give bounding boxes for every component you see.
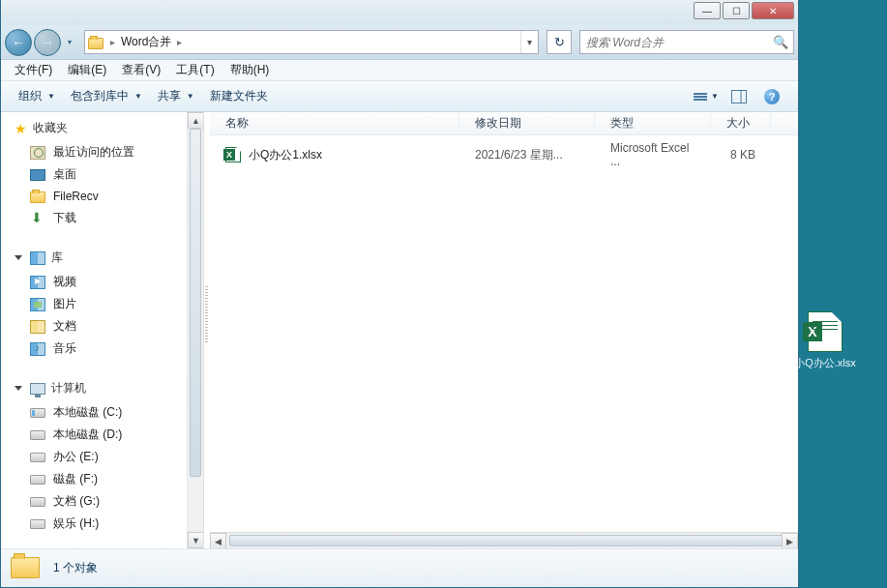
help-button[interactable]: ?	[755, 85, 788, 108]
scroll-thumb[interactable]	[190, 129, 201, 477]
menu-file[interactable]: 文件(F)	[7, 60, 60, 80]
desktop-icon	[30, 167, 45, 183]
libraries-icon	[30, 250, 45, 266]
scroll-thumb[interactable]	[229, 535, 798, 546]
file-name: 小Q办公1.xlsx	[249, 147, 322, 163]
preview-pane-button[interactable]	[723, 85, 755, 108]
status-text: 1 个对象	[53, 560, 98, 576]
folder-icon	[30, 189, 45, 204]
column-header-row: 名称 修改日期 类型 大小	[210, 112, 798, 135]
horizontal-scrollbar[interactable]: ◀ ▶	[210, 532, 798, 548]
command-bar: 组织▼ 包含到库中▼ 共享▼ 新建文件夹 ▼ ?	[1, 81, 798, 112]
recent-places-icon	[30, 145, 45, 161]
explorer-window: — ☐ ✕ ← → ▾ ▸ Word合并 ▸ ▾ ↻ 🔍 文件(F) 编辑(E)…	[0, 0, 799, 588]
music-library-icon	[30, 341, 45, 357]
history-dropdown[interactable]: ▾	[63, 29, 76, 56]
sidebar-item-desktop[interactable]: 桌面	[1, 163, 203, 186]
breadcrumb-separator-icon: ▸	[106, 37, 119, 47]
column-header-name[interactable]: 名称	[210, 112, 459, 134]
list-view-icon	[694, 93, 707, 101]
search-input[interactable]	[580, 36, 768, 49]
chevron-down-icon: ▼	[187, 92, 194, 101]
document-library-icon	[30, 319, 45, 335]
sidebar-item-drive-d[interactable]: 本地磁盘 (D:)	[1, 424, 203, 446]
sidebar-item-recent[interactable]: 最近访问的位置	[1, 141, 203, 163]
drive-icon	[30, 405, 45, 421]
sidebar-item-downloads[interactable]: 下载	[1, 207, 203, 229]
drive-icon	[30, 427, 45, 443]
folder-icon	[85, 31, 106, 53]
file-list-pane: 名称 修改日期 类型 大小 小Q办公1.xlsx 2021/6/23 星期...…	[210, 112, 798, 548]
desktop-file-label: 小Q办公.xlsx	[792, 356, 858, 370]
back-button[interactable]: ←	[5, 29, 32, 56]
chevron-down-icon: ▼	[134, 92, 142, 101]
include-in-library-button[interactable]: 包含到库中▼	[63, 81, 150, 111]
sidebar-scrollbar[interactable]: ▲ ▼	[187, 112, 203, 548]
scroll-up-arrow[interactable]: ▲	[188, 112, 204, 129]
explorer-body: ★收藏夹 最近访问的位置 桌面 FileRecv 下载 库 视频 图片 文档 音…	[1, 112, 798, 548]
expand-icon	[15, 386, 22, 391]
sidebar-item-music[interactable]: 音乐	[1, 338, 203, 360]
drive-icon	[30, 494, 45, 510]
sidebar-item-drive-f[interactable]: 磁盘 (F:)	[1, 468, 203, 490]
file-date: 2021/6/23 星期...	[459, 147, 595, 163]
menu-help[interactable]: 帮助(H)	[222, 60, 278, 80]
new-folder-button[interactable]: 新建文件夹	[202, 81, 276, 111]
sidebar-item-filerecv[interactable]: FileRecv	[1, 186, 203, 207]
file-size: 8 KB	[711, 148, 771, 162]
drive-icon	[30, 516, 45, 532]
file-list[interactable]: 小Q办公1.xlsx 2021/6/23 星期... Microsoft Exc…	[210, 135, 798, 532]
address-dropdown[interactable]: ▾	[520, 31, 538, 53]
drive-icon	[30, 450, 45, 465]
help-icon: ?	[764, 89, 780, 104]
file-type: Microsoft Excel ...	[595, 141, 711, 168]
forward-button[interactable]: →	[34, 29, 61, 56]
scroll-down-arrow[interactable]: ▼	[188, 532, 204, 548]
sidebar-item-pictures[interactable]: 图片	[1, 293, 203, 315]
desktop-file-icon[interactable]: 小Q办公.xlsx	[792, 311, 858, 370]
view-options-button[interactable]: ▼	[690, 85, 723, 108]
breadcrumb-separator-icon: ▸	[173, 37, 186, 47]
chevron-down-icon: ▼	[47, 92, 55, 101]
organize-button[interactable]: 组织▼	[11, 81, 63, 111]
search-icon[interactable]: 🔍	[768, 35, 793, 49]
sidebar-item-drive-h[interactable]: 娱乐 (H:)	[1, 513, 203, 535]
scroll-right-arrow[interactable]: ▶	[782, 533, 798, 548]
downloads-icon	[30, 211, 45, 226]
address-bar[interactable]: ▸ Word合并 ▸ ▾	[84, 30, 539, 54]
computer-group[interactable]: 计算机	[1, 375, 203, 401]
search-box[interactable]: 🔍	[579, 30, 794, 54]
computer-icon	[30, 381, 45, 397]
splitter-handle[interactable]	[204, 112, 210, 548]
sidebar-item-videos[interactable]: 视频	[1, 271, 203, 293]
sidebar-item-drive-e[interactable]: 办公 (E:)	[1, 446, 203, 468]
menu-edit[interactable]: 编辑(E)	[60, 60, 114, 80]
menu-bar: 文件(F) 编辑(E) 查看(V) 工具(T) 帮助(H)	[1, 60, 798, 81]
title-bar: — ☐ ✕	[1, 0, 798, 25]
folder-icon	[11, 553, 42, 584]
nav-buttons: ← → ▾	[5, 29, 76, 56]
minimize-button[interactable]: —	[694, 2, 721, 19]
refresh-button[interactable]: ↻	[547, 30, 572, 54]
file-row[interactable]: 小Q办公1.xlsx 2021/6/23 星期... Microsoft Exc…	[210, 143, 798, 166]
maximize-button[interactable]: ☐	[723, 2, 750, 19]
column-header-date[interactable]: 修改日期	[459, 112, 595, 134]
libraries-group[interactable]: 库	[1, 245, 203, 271]
chevron-down-icon: ▼	[711, 92, 719, 101]
sidebar-item-drive-g[interactable]: 文档 (G:)	[1, 490, 203, 513]
column-header-size[interactable]: 大小	[711, 112, 771, 134]
sidebar-item-drive-c[interactable]: 本地磁盘 (C:)	[1, 401, 203, 424]
drive-icon	[30, 472, 45, 487]
menu-tools[interactable]: 工具(T)	[168, 60, 222, 80]
picture-library-icon	[30, 297, 45, 312]
svg-rect-0	[732, 90, 747, 103]
column-header-type[interactable]: 类型	[595, 112, 711, 134]
scroll-left-arrow[interactable]: ◀	[210, 533, 226, 548]
sidebar-item-documents[interactable]: 文档	[1, 315, 203, 338]
close-button[interactable]: ✕	[752, 2, 794, 19]
breadcrumb-folder[interactable]: Word合并	[119, 34, 173, 50]
menu-view[interactable]: 查看(V)	[114, 60, 168, 80]
preview-pane-icon	[731, 90, 747, 103]
share-button[interactable]: 共享▼	[150, 81, 202, 111]
favorites-group[interactable]: ★收藏夹	[1, 112, 203, 141]
